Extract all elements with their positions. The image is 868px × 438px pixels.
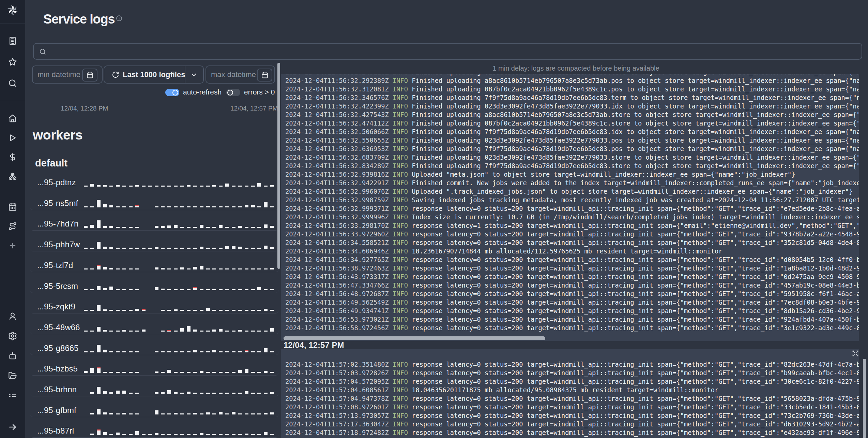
- worker-name: ...95-48w66: [37, 323, 80, 332]
- auto-refresh-toggle[interactable]: [165, 89, 179, 96]
- worker-row[interactable]: ...95-phh7w: [30, 231, 279, 251]
- folder-open-icon[interactable]: [8, 371, 17, 380]
- logfiles-label: Last 1000 logfiles: [123, 66, 185, 83]
- min-datetime-field[interactable]: min datetime: [32, 65, 103, 84]
- user-icon[interactable]: [8, 312, 17, 321]
- range-start: 12/04, 12:28 PM: [61, 105, 108, 112]
- route-icon[interactable]: [8, 222, 17, 231]
- plus-icon[interactable]: [8, 241, 17, 250]
- log-line: 2024-12-04T11:57:04.608561Z INFO 18.0463…: [285, 386, 859, 394]
- worker-activity-bars: [84, 364, 277, 373]
- worker-name: ...95-brhnn: [37, 385, 77, 394]
- arrow-right-icon[interactable]: [8, 423, 17, 432]
- home-icon[interactable]: [8, 114, 17, 123]
- log-line: 2024-12-04T11:56:49.934741Z INFO respons…: [285, 307, 859, 315]
- play-icon[interactable]: [8, 133, 17, 143]
- chevron-down-icon[interactable]: [190, 71, 198, 79]
- refresh-icon: [111, 71, 120, 79]
- log-line: 2024-12-04T11:56:47.334766Z INFO respons…: [285, 281, 859, 290]
- sidebar-divider-top: [0, 24, 25, 24]
- log-line: 2024-12-04T11:56:32.942291Z INFO Finishe…: [285, 179, 859, 187]
- log-section-divider-label: 12/04, 12:57 PM: [284, 341, 344, 350]
- worker-activity-bars: [84, 344, 277, 352]
- expand-icon[interactable]: [852, 350, 859, 357]
- log-line: 2024-12-04T11:57:08.972601Z INFO respons…: [285, 403, 859, 411]
- search-box: [33, 43, 862, 60]
- worker-name: ...95-g8665: [37, 344, 78, 353]
- worker-name: ...95-7hd7n: [37, 219, 78, 229]
- delay-note: 1 min delay: logs are compacted before b…: [287, 64, 865, 72]
- min-datetime-label: min datetime: [37, 66, 80, 83]
- log-section-2: 2024-12-04T11:57:02.351480Z INFO respons…: [281, 349, 859, 438]
- log-line: 2024-12-04T11:56:32.939816Z INFO Uploade…: [285, 170, 859, 179]
- auto-refresh-label: auto-refresh: [183, 88, 222, 96]
- log-line: 2024-12-04T11:56:32.346576Z INFO Finishe…: [285, 93, 859, 102]
- worker-activity-bars: [84, 426, 277, 435]
- logfiles-select[interactable]: Last 1000 logfiles: [104, 65, 204, 84]
- log-line: 2024-12-04T11:56:33.972960Z INFO respons…: [285, 230, 859, 238]
- worker-row[interactable]: ...95-tzl7d: [30, 251, 279, 272]
- log-horizontal-scrollbar[interactable]: [284, 336, 545, 340]
- search-icon[interactable]: [8, 79, 17, 88]
- log-line: 2024-12-04T11:56:33.298170Z INFO respons…: [285, 221, 859, 230]
- left-panel-scrollbar[interactable]: [277, 63, 280, 269]
- calendar-icon[interactable]: [8, 202, 17, 211]
- worker-row[interactable]: ...95-zqkt9: [30, 293, 279, 313]
- worker-row[interactable]: ...95-7hd7n: [30, 210, 279, 231]
- log2-vertical-scrollbar[interactable]: [863, 359, 866, 438]
- log-line: 2024-12-04T11:56:32.506066Z INFO Finishe…: [285, 128, 859, 136]
- worker-activity-bars: [84, 302, 277, 311]
- worker-activity-bars: [84, 406, 277, 414]
- star-icon[interactable]: [8, 58, 17, 67]
- min-datetime-calendar-button[interactable]: [82, 69, 97, 82]
- errors-toggle[interactable]: [226, 89, 240, 96]
- search-input[interactable]: [50, 44, 834, 58]
- log-line: 2024-12-04T11:57:13.973057Z INFO respons…: [285, 411, 859, 420]
- log-line: 2024-12-04T11:56:32.422399Z INFO Finishe…: [285, 102, 859, 111]
- worker-row[interactable]: ...95-pdtnz: [30, 169, 279, 189]
- log-line: 2024-12-04T11:56:32.550655Z INFO Finishe…: [285, 136, 859, 145]
- info-icon[interactable]: [116, 15, 122, 21]
- worker-row[interactable]: ...95-gfbmf: [30, 396, 279, 417]
- log-line: 2024-12-04T11:56:32.245120Z INFO Finishe…: [285, 74, 859, 76]
- boxes-icon[interactable]: [8, 172, 17, 181]
- max-datetime-label: max datetime: [211, 66, 256, 83]
- log-line: 2024-12-04T11:57:04.572095Z INFO respons…: [285, 377, 859, 386]
- worker-activity-bars: [84, 385, 277, 394]
- worker-activity-bars: [84, 199, 277, 207]
- worker-name: ...95-5rcsm: [37, 281, 78, 291]
- log-line: 2024-12-04T11:56:32.683709Z INFO Finishe…: [285, 153, 859, 162]
- worker-activity-bars: [84, 281, 277, 290]
- log-line: 2024-12-04T11:56:32.474112Z INFO Finishe…: [285, 119, 859, 128]
- worker-row[interactable]: ...95-bzbs5: [30, 355, 279, 376]
- log-line: 2024-12-04T11:56:32.999371Z INFO respons…: [285, 204, 859, 213]
- list-icon[interactable]: [8, 391, 17, 400]
- max-datetime-calendar-button[interactable]: [257, 69, 272, 82]
- log-line: 2024-12-04T11:56:32.427543Z INFO Finishe…: [285, 111, 859, 119]
- building-icon[interactable]: [8, 36, 17, 46]
- windmill-logo-icon: [6, 4, 19, 17]
- worker-name: ...95-zqkt9: [37, 302, 75, 311]
- log-line: 2024-12-04T11:56:32.999996Z INFO Index s…: [285, 213, 859, 221]
- worker-name: ...95-pdtnz: [37, 178, 76, 187]
- bot-icon[interactable]: [8, 351, 17, 361]
- worker-name: ...95-tzl7d: [37, 261, 73, 270]
- worker-row[interactable]: ...95-5rcsm: [30, 272, 279, 293]
- worker-name: ...95-gfbmf: [37, 406, 76, 415]
- worker-row[interactable]: ...95-ns5mf: [30, 189, 279, 210]
- worker-activity-bars: [84, 323, 277, 332]
- dollar-icon[interactable]: [8, 153, 17, 162]
- sidebar-divider-mid: [0, 100, 25, 100]
- log-line: 2024-12-04T11:57:04.947378Z INFO respons…: [285, 394, 859, 403]
- log-line: 2024-12-04T11:56:32.292389Z INFO Finishe…: [285, 76, 859, 85]
- gear-icon[interactable]: [8, 332, 17, 341]
- worker-name: ...95-ns5mf: [37, 199, 78, 208]
- log-section-divider: 12/04, 12:57 PM: [281, 341, 859, 349]
- worker-row[interactable]: ...95-b87rl: [30, 417, 279, 438]
- worker-row[interactable]: ...95-brhnn: [30, 376, 279, 396]
- log-line: 2024-12-04T11:57:02.351480Z INFO respons…: [285, 360, 859, 369]
- worker-row[interactable]: ...95-48w66: [30, 313, 279, 334]
- max-datetime-field[interactable]: max datetime: [205, 65, 275, 84]
- worker-group-heading: default: [35, 158, 67, 169]
- worker-row[interactable]: ...95-g8665: [30, 334, 279, 355]
